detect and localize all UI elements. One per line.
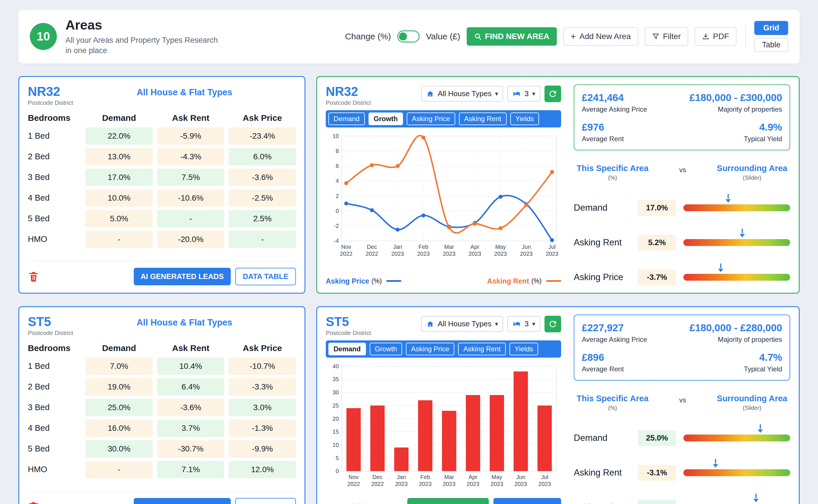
surrounding-area-slider[interactable] <box>683 274 790 281</box>
house-type-select[interactable]: All House Types ▾ <box>421 86 503 102</box>
data-table-button[interactable]: DATA TABLE <box>235 268 296 285</box>
filter-funnel-icon <box>652 33 660 40</box>
value-cell: -23.4% <box>229 127 296 145</box>
pdf-label: PDF <box>713 32 729 41</box>
bedrooms-select[interactable]: 3 ▾ <box>507 86 540 102</box>
value-cell: -4.3% <box>157 148 224 165</box>
tab-demand[interactable]: Demand <box>328 343 366 355</box>
tab-growth[interactable]: Growth <box>369 113 403 125</box>
comparison-row-asking-price: Asking Price3.1% <box>574 500 790 504</box>
comparison-row-demand: Demand25.0% <box>574 430 790 446</box>
value-cell: 22.0% <box>86 127 153 145</box>
legend-dash-icon <box>386 280 401 282</box>
delete-area-button[interactable] <box>28 501 39 504</box>
tab-asking-price[interactable]: Asking Price <box>407 113 455 125</box>
svg-text:Nov: Nov <box>348 474 358 480</box>
area-detail-card-nr32: NR32 Postcode District All House Types ▾… <box>316 76 800 294</box>
svg-text:2022: 2022 <box>340 251 352 257</box>
demand-chart: 0510152025303540Nov2022Dec2022Jan2023Feb… <box>326 362 561 491</box>
area-report-button[interactable]: AREA REPORT <box>493 498 561 504</box>
tab-demand[interactable]: Demand <box>328 113 365 125</box>
bedrooms-select[interactable]: 3 ▾ <box>507 316 540 332</box>
stat-row: £896 Average Rent 4.7% Typical Yield <box>582 348 782 377</box>
surrounding-area-slider[interactable] <box>683 469 790 476</box>
surrounding-area-slider[interactable] <box>683 204 790 211</box>
svg-text:10: 10 <box>332 442 339 448</box>
tab-yields[interactable]: Yields <box>509 343 538 355</box>
data-table-button[interactable]: DATA TABLE <box>235 498 296 504</box>
postcode-subtitle: Postcode District <box>326 329 371 336</box>
svg-text:8: 8 <box>336 148 339 154</box>
grid-view-button[interactable]: Grid <box>754 21 788 35</box>
ai-generated-leads-button[interactable]: AI GENERATED LEADS <box>134 268 231 285</box>
filter-button[interactable]: Filter <box>645 27 688 46</box>
delete-area-button[interactable] <box>28 271 39 282</box>
svg-text:Apr: Apr <box>469 474 478 480</box>
tab-asking-rent[interactable]: Asking Rent <box>458 343 505 355</box>
svg-text:2023: 2023 <box>395 481 408 487</box>
price-range: £180,000 - £300,000 Majority of properti… <box>689 92 782 113</box>
metric-value-badge: 5.2% <box>638 235 676 251</box>
value-cell: - <box>86 231 153 248</box>
add-new-area-button[interactable]: + Add New Area <box>563 27 638 46</box>
metric-label: Asking Rent <box>574 468 631 478</box>
find-new-area-button[interactable]: FIND NEW AREA <box>467 27 557 46</box>
postcode-block: ST5 Postcode District <box>28 315 73 336</box>
pdf-button[interactable]: PDF <box>695 27 736 46</box>
avg-rent-label: Average Rent <box>582 135 624 143</box>
avg-asking-price-label: Average Asking Price <box>582 336 647 344</box>
refresh-button[interactable] <box>544 86 561 102</box>
chart-head: NR32 Postcode District All House Types ▾… <box>326 84 561 106</box>
svg-text:Jan: Jan <box>393 244 402 250</box>
svg-text:Jun: Jun <box>522 244 531 250</box>
svg-text:15: 15 <box>332 429 339 435</box>
comparison-header: This Specific Area (%) vs Surrounding Ar… <box>574 394 790 411</box>
marker-dash <box>742 229 743 233</box>
chart-actions: FIND PROPERTIES AREA REPORT <box>407 498 561 504</box>
marker-dash <box>755 494 757 498</box>
tab-growth[interactable]: Growth <box>370 343 402 355</box>
svg-text:Jun: Jun <box>516 474 525 480</box>
value-cell: 6.4% <box>157 378 224 396</box>
value-cell: 10.0% <box>86 189 153 207</box>
marker-dash <box>715 459 716 464</box>
avg-rent: £976 Average Rent <box>582 121 624 143</box>
surrounding-area-slider[interactable] <box>683 435 790 441</box>
value-cell: -10.7% <box>229 358 296 375</box>
slider-marker-icon <box>718 263 723 272</box>
slider-marker-icon <box>726 194 731 203</box>
tab-asking-rent[interactable]: Asking Rent <box>459 113 506 125</box>
house-type-select[interactable]: All House Types ▾ <box>421 316 503 332</box>
metric-value-badge: -3.7% <box>638 270 676 285</box>
marker-dash <box>760 424 761 429</box>
value-cell: -5.9% <box>157 127 224 145</box>
change-value-toggle[interactable] <box>397 30 420 42</box>
ai-generated-leads-button[interactable]: AI GENERATED LEADS <box>134 498 231 504</box>
refresh-button[interactable] <box>544 316 561 332</box>
value-cell: 3.7% <box>157 420 224 437</box>
slider-marker-icon <box>740 229 745 237</box>
legend-unit: (%) <box>356 503 367 504</box>
chevron-down-icon: ▾ <box>495 320 498 328</box>
house-icon <box>426 320 434 328</box>
value-cell: 3.0% <box>229 399 296 416</box>
area-row-nr32: NR32 Postcode District All House & Flat … <box>18 76 800 294</box>
column-header: Ask Rent <box>157 343 224 354</box>
postcode-subtitle: Postcode District <box>28 99 73 106</box>
header-title-group: 10 Areas All your Areas and Property Typ… <box>30 17 218 56</box>
bedrooms-table-grid: BedroomsDemandAsk RentAsk Price1 Bed22.0… <box>28 113 296 248</box>
filter-label: Filter <box>663 32 681 41</box>
stat-row: £976 Average Rent 4.9% Typical Yield <box>582 117 782 147</box>
refresh-icon <box>548 89 558 99</box>
find-properties-button[interactable]: FIND PROPERTIES <box>407 498 489 504</box>
table-view-button[interactable]: Table <box>754 38 788 52</box>
value-cell: 19.0% <box>86 378 153 396</box>
footer-buttons: AI GENERATED LEADS DATA TABLE <box>134 498 296 504</box>
tab-asking-price[interactable]: Asking Price <box>406 343 454 355</box>
surrounding-area-slider[interactable] <box>683 239 790 246</box>
value-cell: -20.0% <box>157 231 224 248</box>
value-cell: -3.6% <box>229 169 296 186</box>
bed-icon <box>512 320 521 328</box>
card-head: ST5 Postcode District All House & Flat T… <box>28 315 296 336</box>
tab-yields[interactable]: Yields <box>510 113 539 125</box>
